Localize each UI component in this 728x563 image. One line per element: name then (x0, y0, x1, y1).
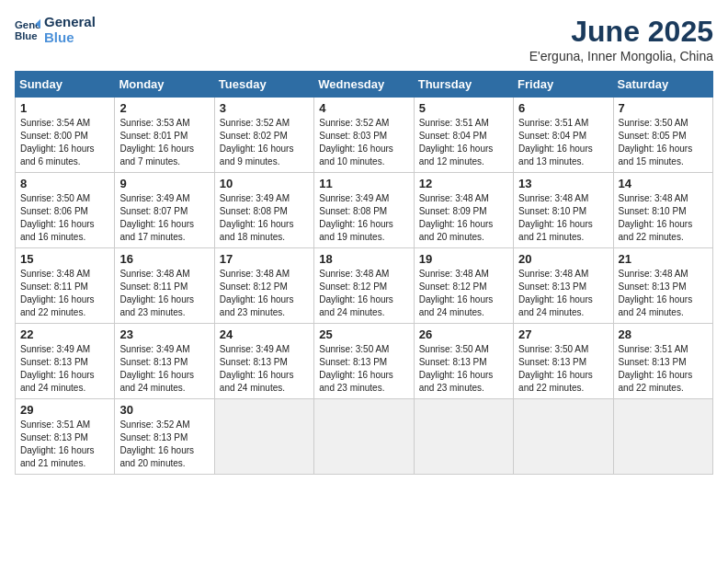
day-info: Sunrise: 3:48 AMSunset: 8:10 PMDaylight:… (619, 192, 708, 244)
day-info: Sunrise: 3:53 AMSunset: 8:01 PMDaylight:… (119, 117, 209, 168)
day-info: Sunrise: 3:48 AMSunset: 8:12 PMDaylight:… (419, 268, 508, 319)
day-cell (514, 399, 613, 475)
day-info: Sunrise: 3:49 AMSunset: 8:08 PMDaylight:… (319, 192, 408, 244)
day-number: 1 (20, 101, 109, 115)
day-cell: 1Sunrise: 3:54 AMSunset: 8:00 PMDaylight… (16, 98, 115, 173)
day-number: 8 (20, 177, 109, 190)
day-cell (214, 399, 313, 475)
day-number: 26 (419, 327, 508, 341)
day-cell: 15Sunrise: 3:48 AMSunset: 8:11 PMDayligh… (16, 248, 115, 324)
day-cell: 22Sunrise: 3:49 AMSunset: 8:13 PMDayligh… (16, 324, 115, 399)
day-cell: 14Sunrise: 3:48 AMSunset: 8:10 PMDayligh… (613, 173, 712, 248)
day-cell (314, 399, 414, 475)
svg-text:Blue: Blue (15, 29, 38, 40)
day-cell: 26Sunrise: 3:50 AMSunset: 8:13 PMDayligh… (414, 324, 513, 399)
day-cell: 5Sunrise: 3:51 AMSunset: 8:04 PMDaylight… (414, 98, 513, 173)
day-cell (613, 399, 712, 475)
logo: General Blue General Blue (15, 15, 96, 45)
day-cell: 23Sunrise: 3:49 AMSunset: 8:13 PMDayligh… (115, 324, 214, 399)
day-cell: 24Sunrise: 3:49 AMSunset: 8:13 PMDayligh… (214, 324, 313, 399)
day-info: Sunrise: 3:50 AMSunset: 8:05 PMDaylight:… (619, 117, 708, 168)
logo-icon: General Blue (15, 17, 40, 43)
week-row-5: 29Sunrise: 3:51 AMSunset: 8:13 PMDayligh… (16, 399, 713, 475)
day-info: Sunrise: 3:48 AMSunset: 8:13 PMDaylight:… (518, 268, 608, 319)
day-info: Sunrise: 3:52 AMSunset: 8:13 PMDaylight:… (119, 419, 209, 470)
day-info: Sunrise: 3:50 AMSunset: 8:06 PMDaylight:… (20, 192, 109, 244)
week-row-3: 15Sunrise: 3:48 AMSunset: 8:11 PMDayligh… (16, 248, 713, 324)
day-number: 19 (419, 252, 508, 266)
day-cell: 21Sunrise: 3:48 AMSunset: 8:13 PMDayligh… (613, 248, 712, 324)
day-info: Sunrise: 3:54 AMSunset: 8:00 PMDaylight:… (20, 117, 109, 168)
day-number: 7 (619, 101, 708, 115)
week-row-1: 1Sunrise: 3:54 AMSunset: 8:00 PMDaylight… (16, 98, 713, 173)
day-cell: 10Sunrise: 3:49 AMSunset: 8:08 PMDayligh… (214, 173, 313, 248)
day-number: 21 (619, 252, 708, 266)
calendar-body: 1Sunrise: 3:54 AMSunset: 8:00 PMDaylight… (16, 98, 713, 475)
day-cell: 20Sunrise: 3:48 AMSunset: 8:13 PMDayligh… (514, 248, 613, 324)
day-cell: 18Sunrise: 3:48 AMSunset: 8:12 PMDayligh… (314, 248, 414, 324)
day-info: Sunrise: 3:49 AMSunset: 8:13 PMDaylight:… (20, 343, 109, 395)
day-number: 5 (419, 101, 508, 115)
day-cell: 2Sunrise: 3:53 AMSunset: 8:01 PMDaylight… (115, 98, 214, 173)
header-sunday: Sunday (16, 72, 115, 98)
location: E'erguna, Inner Mongolia, China (529, 49, 713, 63)
day-cell: 8Sunrise: 3:50 AMSunset: 8:06 PMDaylight… (16, 173, 115, 248)
day-cell: 13Sunrise: 3:48 AMSunset: 8:10 PMDayligh… (514, 173, 613, 248)
day-number: 27 (518, 327, 608, 341)
day-number: 28 (619, 327, 708, 341)
header-friday: Friday (514, 72, 613, 98)
day-info: Sunrise: 3:49 AMSunset: 8:13 PMDaylight:… (220, 343, 309, 395)
day-cell (414, 399, 513, 475)
day-info: Sunrise: 3:48 AMSunset: 8:12 PMDaylight:… (319, 268, 408, 319)
day-number: 3 (220, 101, 309, 115)
day-cell: 30Sunrise: 3:52 AMSunset: 8:13 PMDayligh… (115, 399, 214, 475)
day-info: Sunrise: 3:48 AMSunset: 8:11 PMDaylight:… (20, 268, 109, 319)
day-info: Sunrise: 3:48 AMSunset: 8:10 PMDaylight:… (518, 192, 608, 244)
day-number: 6 (518, 101, 608, 115)
day-number: 18 (319, 252, 408, 266)
day-cell: 6Sunrise: 3:51 AMSunset: 8:04 PMDaylight… (514, 98, 613, 173)
day-info: Sunrise: 3:51 AMSunset: 8:04 PMDaylight:… (518, 117, 608, 168)
day-number: 30 (119, 403, 209, 417)
day-info: Sunrise: 3:48 AMSunset: 8:11 PMDaylight:… (119, 268, 209, 319)
day-number: 12 (419, 177, 508, 190)
day-cell: 19Sunrise: 3:48 AMSunset: 8:12 PMDayligh… (414, 248, 513, 324)
day-number: 25 (319, 327, 408, 341)
day-cell: 4Sunrise: 3:52 AMSunset: 8:03 PMDaylight… (314, 98, 414, 173)
week-row-4: 22Sunrise: 3:49 AMSunset: 8:13 PMDayligh… (16, 324, 713, 399)
day-number: 11 (319, 177, 408, 190)
day-number: 2 (119, 101, 209, 115)
day-info: Sunrise: 3:52 AMSunset: 8:03 PMDaylight:… (319, 117, 408, 168)
page-header: General Blue General Blue June 2025 E'er… (15, 15, 713, 63)
day-info: Sunrise: 3:48 AMSunset: 8:13 PMDaylight:… (619, 268, 708, 319)
day-info: Sunrise: 3:51 AMSunset: 8:04 PMDaylight:… (419, 117, 508, 168)
day-cell: 17Sunrise: 3:48 AMSunset: 8:12 PMDayligh… (214, 248, 313, 324)
day-cell: 29Sunrise: 3:51 AMSunset: 8:13 PMDayligh… (16, 399, 115, 475)
day-number: 24 (220, 327, 309, 341)
day-number: 14 (619, 177, 708, 190)
day-info: Sunrise: 3:51 AMSunset: 8:13 PMDaylight:… (20, 419, 109, 470)
day-info: Sunrise: 3:50 AMSunset: 8:13 PMDaylight:… (319, 343, 408, 395)
header-saturday: Saturday (613, 72, 712, 98)
calendar-header-row: SundayMondayTuesdayWednesdayThursdayFrid… (16, 72, 713, 98)
day-info: Sunrise: 3:49 AMSunset: 8:08 PMDaylight:… (220, 192, 309, 244)
day-number: 17 (220, 252, 309, 266)
day-info: Sunrise: 3:49 AMSunset: 8:13 PMDaylight:… (119, 343, 209, 395)
day-info: Sunrise: 3:49 AMSunset: 8:07 PMDaylight:… (119, 192, 209, 244)
day-cell: 16Sunrise: 3:48 AMSunset: 8:11 PMDayligh… (115, 248, 214, 324)
day-number: 22 (20, 327, 109, 341)
day-number: 16 (119, 252, 209, 266)
day-number: 23 (119, 327, 209, 341)
day-info: Sunrise: 3:48 AMSunset: 8:12 PMDaylight:… (220, 268, 309, 319)
day-info: Sunrise: 3:50 AMSunset: 8:13 PMDaylight:… (419, 343, 508, 395)
day-cell: 9Sunrise: 3:49 AMSunset: 8:07 PMDaylight… (115, 173, 214, 248)
logo-line2: Blue (44, 30, 96, 46)
title-block: June 2025 E'erguna, Inner Mongolia, Chin… (529, 15, 713, 63)
month-title: June 2025 (529, 15, 713, 49)
day-number: 9 (119, 177, 209, 190)
day-cell: 27Sunrise: 3:50 AMSunset: 8:13 PMDayligh… (514, 324, 613, 399)
day-cell: 25Sunrise: 3:50 AMSunset: 8:13 PMDayligh… (314, 324, 414, 399)
day-cell: 7Sunrise: 3:50 AMSunset: 8:05 PMDaylight… (613, 98, 712, 173)
calendar-table: SundayMondayTuesdayWednesdayThursdayFrid… (15, 71, 713, 475)
header-tuesday: Tuesday (214, 72, 313, 98)
